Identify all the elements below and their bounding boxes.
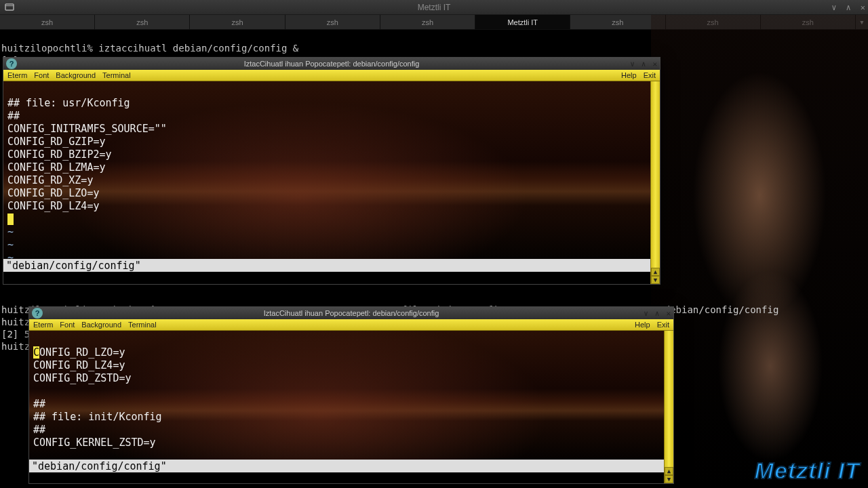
eterm-window-2: ? IztacCihuatl ihuan Popocatepetl: debia… xyxy=(28,306,674,484)
eterm-statusbar: "debian/config/config" xyxy=(3,259,660,272)
tab-zsh[interactable]: zsh xyxy=(0,15,95,29)
config-line: CONFIG_RD_LZMA=y xyxy=(7,161,106,174)
config-line: CONFIG_RD_XZ=y xyxy=(7,174,93,186)
menu-help[interactable]: Help xyxy=(621,71,637,79)
config-line: ## xyxy=(7,110,20,122)
config-line: CONFIG_INITRAMFS_SOURCE="" xyxy=(7,123,167,135)
shell-line: [2] 5 xyxy=(1,329,30,340)
config-line: ## file: usr/Kconfig xyxy=(7,97,130,109)
menu-eterm[interactable]: Eterm xyxy=(7,71,27,79)
scrollbar[interactable]: ▲ ▼ xyxy=(664,331,673,483)
minimize-button[interactable]: ∨ xyxy=(831,3,836,12)
eterm-menubar: Eterm Font Background Terminal Help Exit xyxy=(29,319,673,331)
close-button[interactable]: ✕ xyxy=(666,309,671,318)
vim-tilde: ~ xyxy=(7,239,14,251)
cursor xyxy=(7,214,14,225)
scroll-up-icon[interactable]: ▲ xyxy=(665,467,673,475)
config-line: CONFIG_RD_ZSTD=y xyxy=(33,372,132,384)
tab-zsh[interactable]: zsh xyxy=(570,15,665,29)
config-line: ## xyxy=(33,398,45,410)
config-line: CONFIG_RD_LZ4=y xyxy=(33,359,125,371)
tab-overflow-button[interactable]: ▾ xyxy=(856,15,868,29)
config-line: CONFIG_RD_LZO=y xyxy=(7,187,99,199)
menu-background[interactable]: Background xyxy=(56,71,96,79)
menu-help[interactable]: Help xyxy=(635,321,650,329)
menu-background[interactable]: Background xyxy=(81,321,121,329)
menu-font[interactable]: Font xyxy=(34,71,49,79)
eterm-titlebar[interactable]: ? IztacCihuatl ihuan Popocatepetl: debia… xyxy=(3,58,660,70)
main-window-title: Metztli IT xyxy=(418,3,451,12)
config-line: ## file: init/Kconfig xyxy=(33,411,162,423)
tab-strip: zsh zsh zsh zsh zsh Metztli IT zsh zsh z… xyxy=(0,15,868,30)
config-line: ## xyxy=(33,424,45,436)
eterm-title: IztacCihuatl ihuan Popocatepetl: debian/… xyxy=(264,309,439,317)
svg-rect-0 xyxy=(5,4,14,10)
tab-zsh[interactable]: zsh xyxy=(95,15,190,29)
eterm-window-1: ? IztacCihuatl ihuan Popocatepetl: debia… xyxy=(3,57,660,285)
config-line: CONFIG_RD_GZIP=y xyxy=(7,136,106,148)
maximize-button[interactable]: ∧ xyxy=(655,309,660,318)
vim-tilde: ~ xyxy=(7,251,14,259)
tab-zsh[interactable]: zsh xyxy=(380,15,475,29)
eterm-body[interactable]: ## file: usr/Kconfig ## CONFIG_INITRAMFS… xyxy=(3,81,660,259)
close-button[interactable]: ✕ xyxy=(861,3,865,12)
tab-zsh[interactable]: zsh xyxy=(761,15,856,29)
maximize-button[interactable]: ∧ xyxy=(846,3,851,12)
tab-zsh[interactable]: zsh xyxy=(190,15,285,29)
eterm-menubar: Eterm Font Background Terminal Help Exit xyxy=(3,70,660,81)
watermark-text: Metztli IT xyxy=(755,458,860,484)
menu-font[interactable]: Font xyxy=(60,321,75,329)
menu-exit[interactable]: Exit xyxy=(644,71,656,79)
main-window-titlebar: Metztli IT ∨ ∧ ✕ xyxy=(0,0,868,15)
tab-zsh[interactable]: zsh xyxy=(285,15,380,29)
scroll-down-icon[interactable]: ▼ xyxy=(651,276,660,284)
eterm-titlebar[interactable]: ? IztacCihuatl ihuan Popocatepetl: debia… xyxy=(29,307,673,319)
config-line: CONFIG_RD_BZIP2=y xyxy=(7,148,112,161)
vim-tilde: ~ xyxy=(7,226,14,238)
help-icon[interactable]: ? xyxy=(32,308,43,319)
desktop-background-figure xyxy=(651,0,868,488)
scroll-down-icon[interactable]: ▼ xyxy=(665,475,673,483)
eterm-title: IztacCihuatl ihuan Popocatepetl: debian/… xyxy=(244,60,420,68)
menu-exit[interactable]: Exit xyxy=(657,321,669,329)
app-icon xyxy=(3,1,16,14)
minimize-button[interactable]: ∨ xyxy=(630,60,635,68)
tab-zsh[interactable]: zsh xyxy=(666,15,761,29)
scrollbar[interactable]: ▲ ▼ xyxy=(650,81,660,284)
tab-active[interactable]: Metztli IT xyxy=(475,15,570,29)
cursor-char: C xyxy=(33,346,39,359)
svg-rect-1 xyxy=(5,5,14,6)
eterm-statusbar: "debian/config/config" xyxy=(29,460,673,472)
config-line: CONFIG_KERNEL_ZSTD=y xyxy=(33,436,156,449)
help-icon[interactable]: ? xyxy=(6,58,17,69)
shell-line: huitz xyxy=(1,341,30,352)
menu-eterm[interactable]: Eterm xyxy=(33,321,53,329)
eterm-body[interactable]: CONFIG_RD_LZO=y CONFIG_RD_LZ4=y CONFIG_R… xyxy=(29,331,673,460)
scroll-up-icon[interactable]: ▲ xyxy=(651,268,660,276)
config-line: ONFIG_RD_LZO=y xyxy=(39,346,125,359)
maximize-button[interactable]: ∧ xyxy=(642,60,646,68)
close-button[interactable]: ✕ xyxy=(652,60,657,68)
minimize-button[interactable]: ∨ xyxy=(644,309,648,318)
menu-terminal[interactable]: Terminal xyxy=(102,71,131,79)
menu-terminal[interactable]: Terminal xyxy=(128,321,157,329)
config-line: CONFIG_RD_LZ4=y xyxy=(7,200,99,212)
shell-line: huitzilopochtli% iztaccihuatl debian/con… xyxy=(1,43,298,54)
